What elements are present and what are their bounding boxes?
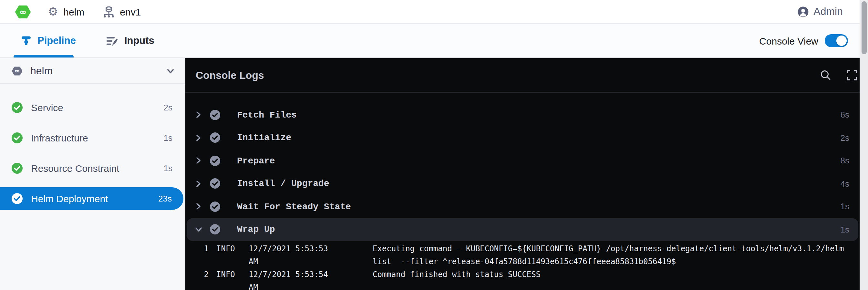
step-success-icon: [210, 110, 220, 120]
step-success-icon: [210, 201, 220, 212]
console-step-list: Fetch Files 6s Initialize 2s: [185, 103, 860, 241]
step-duration: 8s: [841, 156, 849, 166]
user-menu[interactable]: Admin: [797, 6, 843, 18]
duration-badge: 2s: [164, 103, 173, 112]
chevron-down-icon[interactable]: [166, 66, 175, 75]
step-row-install-upgrade[interactable]: Install / Upgrade 4s: [187, 172, 858, 195]
success-check-icon: [11, 102, 23, 113]
active-tab-underline: [13, 55, 73, 58]
pipeline-icon: [21, 35, 32, 46]
console-header-actions: [820, 70, 858, 81]
console-view-control: Console View: [759, 34, 848, 47]
stage-header-helm[interactable]: ∞ helm: [0, 58, 185, 84]
scrollbar-thumb[interactable]: [862, 1, 867, 54]
sidebar-item-service[interactable]: Service 2s: [0, 96, 185, 119]
step-label: Wait For Steady State: [237, 201, 841, 212]
search-icon: [820, 70, 831, 81]
step-duration: 1s: [841, 225, 849, 234]
step-row-wait-for-steady-state[interactable]: Wait For Steady State 1s: [187, 195, 858, 218]
search-button[interactable]: [820, 70, 831, 81]
content-area: ∞ helm Service 2s: [0, 58, 868, 290]
log-timestamp: 12/7/2021 5:53:54 AM: [249, 268, 342, 290]
log-message: Command finished with status SUCCESS: [373, 268, 849, 281]
step-label: Fetch Files: [237, 110, 841, 120]
success-check-icon: [11, 163, 23, 174]
sidebar-item-label: Resource Constraint: [31, 163, 155, 174]
step-label: Initialize: [237, 133, 841, 143]
step-success-icon: [210, 156, 220, 166]
svg-text:∞: ∞: [20, 7, 27, 17]
step-label: Prepare: [237, 156, 841, 166]
page-scrollbar[interactable]: [860, 0, 868, 290]
log-level: INFO: [216, 268, 240, 281]
log-line-number: 2: [185, 268, 209, 281]
user-avatar-icon: [797, 6, 808, 17]
chevron-down-icon[interactable]: [192, 226, 205, 233]
tab-bar: Pipeline Inputs Console View: [0, 24, 868, 58]
success-check-icon: [11, 132, 23, 143]
sidebar-item-infrastructure[interactable]: Infrastructure 1s: [0, 127, 185, 149]
fullscreen-icon: [847, 70, 858, 81]
log-message: Executing command - KUBECONFIG=${KUBECON…: [373, 242, 849, 268]
project-breadcrumb[interactable]: ⚙ helm: [48, 6, 84, 18]
sidebar-item-label: Helm Deployment: [31, 193, 150, 204]
duration-badge: 1s: [164, 163, 173, 173]
chevron-right-icon[interactable]: [192, 202, 205, 211]
step-duration: 2s: [841, 133, 849, 143]
top-bar: ∞ ⚙ helm env1: [0, 0, 868, 24]
step-row-fetch-files[interactable]: Fetch Files 6s: [187, 103, 858, 126]
toggle-knob: [836, 35, 847, 46]
console-header: Console Logs: [185, 58, 868, 93]
step-row-prepare[interactable]: Prepare 8s: [187, 149, 858, 172]
stage-header-label: helm: [30, 65, 158, 76]
tab-inputs[interactable]: Inputs: [106, 35, 154, 46]
log-output: 1 INFO 12/7/2021 5:53:53 AM Executing co…: [185, 241, 860, 290]
user-label: Admin: [813, 6, 843, 18]
tab-pipeline[interactable]: Pipeline: [21, 35, 76, 46]
step-label: Wrap Up: [237, 224, 841, 235]
project-label: helm: [63, 6, 84, 17]
step-duration: 6s: [841, 110, 849, 120]
log-level: INFO: [216, 242, 240, 255]
log-line: 2 INFO 12/7/2021 5:53:54 AM Command fini…: [185, 268, 860, 290]
duration-badge: 1s: [164, 133, 173, 143]
harness-logo-icon: ∞: [15, 4, 31, 19]
step-list: Service 2s Infrastructure 1s: [0, 96, 185, 210]
log-line-number: 1: [185, 242, 209, 255]
step-row-initialize[interactable]: Initialize 2s: [187, 126, 858, 149]
environment-breadcrumb[interactable]: env1: [102, 5, 141, 18]
console-view-label: Console View: [759, 35, 818, 46]
pipeline-execution-page: ∞ ⚙ helm env1: [0, 0, 868, 290]
environment-icon: [102, 5, 115, 18]
sidebar-item-label: Infrastructure: [31, 132, 155, 143]
chevron-right-icon[interactable]: [192, 180, 205, 188]
log-line: 1 INFO 12/7/2021 5:53:53 AM Executing co…: [185, 242, 860, 268]
sidebar-item-label: Service: [31, 102, 155, 113]
step-duration: 1s: [841, 202, 849, 212]
step-row-wrap-up[interactable]: Wrap Up 1s: [187, 218, 858, 241]
console-view-toggle[interactable]: [825, 34, 848, 47]
step-success-icon: [210, 133, 220, 143]
log-timestamp: 12/7/2021 5:53:53 AM: [249, 242, 342, 268]
chevron-right-icon[interactable]: [192, 157, 205, 165]
execution-sidebar: ∞ helm Service 2s: [0, 58, 185, 290]
duration-badge: 23s: [158, 194, 172, 203]
sidebar-item-helm-deployment[interactable]: Helm Deployment 23s: [0, 187, 183, 210]
inputs-icon: [106, 35, 119, 46]
tab-pipeline-label: Pipeline: [37, 35, 76, 46]
console-title: Console Logs: [196, 69, 820, 81]
success-check-icon: [11, 193, 23, 204]
environment-label: env1: [120, 6, 141, 17]
step-success-icon: [210, 179, 220, 189]
step-label: Install / Upgrade: [237, 179, 841, 189]
chevron-right-icon[interactable]: [192, 134, 205, 142]
step-success-icon: [210, 224, 220, 235]
tab-inputs-label: Inputs: [124, 35, 154, 46]
gear-icon: ⚙: [48, 6, 58, 18]
harness-logo[interactable]: ∞: [15, 4, 31, 19]
console-panel: Console Logs: [185, 58, 868, 290]
fullscreen-button[interactable]: [847, 70, 858, 81]
step-duration: 4s: [841, 179, 849, 189]
chevron-right-icon[interactable]: [192, 111, 205, 119]
sidebar-item-resource-constraint[interactable]: Resource Constraint 1s: [0, 157, 185, 180]
